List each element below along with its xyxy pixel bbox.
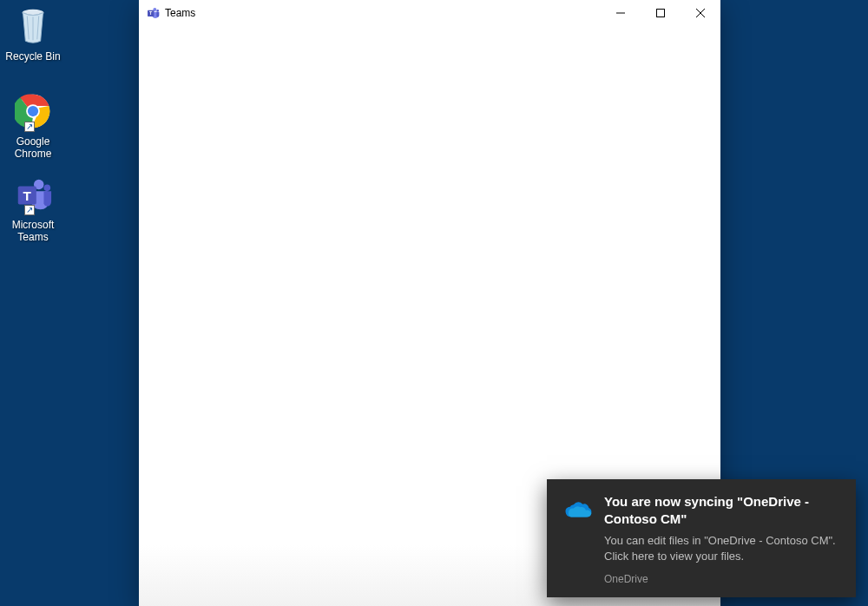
toast-app-name: OneDrive — [604, 573, 840, 585]
toast-title: You are now syncing "OneDrive - Contoso … — [604, 493, 840, 528]
desktop-icon-recycle-bin[interactable]: Recycle Bin — [0, 5, 66, 63]
shortcut-badge-icon: ↗ — [24, 122, 35, 132]
svg-point-3 — [28, 106, 38, 116]
minimize-button[interactable] — [601, 0, 641, 26]
svg-point-5 — [43, 185, 50, 192]
desktop-icon-label: Google Chrome — [0, 135, 66, 160]
teams-icon: T — [146, 6, 160, 20]
close-icon — [696, 9, 705, 17]
desktop-icon-label: Recycle Bin — [0, 50, 66, 63]
toast-body: You can edit files in "OneDrive - Contos… — [604, 533, 840, 564]
onedrive-toast[interactable]: You are now syncing "OneDrive - Contoso … — [547, 479, 856, 597]
window-titlebar[interactable]: T Teams — [139, 0, 720, 26]
minimize-icon — [616, 9, 625, 17]
svg-text:T: T — [23, 188, 32, 203]
window-controls — [601, 0, 720, 26]
maximize-button[interactable] — [641, 0, 681, 26]
svg-point-9 — [156, 10, 159, 12]
recycle-bin-icon — [12, 5, 54, 47]
desktop-icon-microsoft-teams[interactable]: T ↗ Microsoft Teams — [0, 174, 66, 243]
maximize-icon — [656, 9, 665, 17]
close-button[interactable] — [681, 0, 720, 26]
desktop-icon-label: Microsoft Teams — [0, 219, 66, 243]
window-title: Teams — [165, 7, 195, 19]
onedrive-cloud-icon — [562, 495, 592, 524]
svg-rect-13 — [657, 10, 665, 17]
shortcut-badge-icon: ↗ — [24, 205, 35, 215]
desktop-icon-google-chrome[interactable]: ↗ Google Chrome — [0, 90, 66, 160]
toast-content: You are now syncing "OneDrive - Contoso … — [604, 493, 840, 585]
